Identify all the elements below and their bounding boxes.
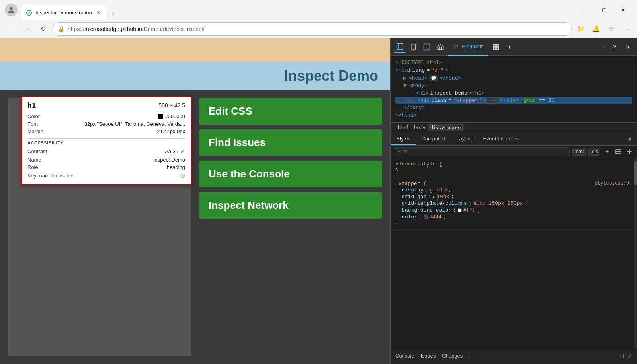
add-tab-icon[interactable]: + xyxy=(504,41,516,53)
css-bgcolor-line: background-color : #fff ; xyxy=(395,207,629,214)
css-wrapper-close: } xyxy=(395,220,629,227)
check-icon: ✓ xyxy=(180,148,185,155)
tooltip-name-value: Inspect Demo xyxy=(153,157,185,163)
tab-close-icon[interactable]: ✕ xyxy=(95,9,102,16)
tooltip-name-label: Name xyxy=(27,157,41,163)
css-bgcolor-val: #fff xyxy=(463,207,476,213)
active-tab[interactable]: Inspector Demonstration ✕ xyxy=(21,5,107,20)
filter-input[interactable] xyxy=(394,147,570,156)
edit-css-button[interactable]: Edit CSS xyxy=(199,98,382,125)
tooltip-header: h1 500 × 42.5 xyxy=(27,101,185,109)
html-h1-tag[interactable]: <h1>Inspect Demo</h1> xyxy=(395,90,632,97)
tooltip-color-value: #000000 xyxy=(158,113,185,119)
new-tab-button[interactable]: + xyxy=(107,8,119,20)
styles-tab-arrow[interactable]: ▼ xyxy=(623,133,637,145)
styles-panel: Styles Computed Layout Event Listeners ▼… xyxy=(391,133,637,348)
add-style-button[interactable]: + xyxy=(603,147,612,156)
devtools-scrollbar[interactable] xyxy=(634,158,637,348)
color-swatch[interactable] xyxy=(424,215,428,219)
svg-point-4 xyxy=(413,49,414,49)
back-button[interactable]: ← xyxy=(5,23,18,35)
html-open: <html xyxy=(395,67,411,73)
devtools-tab-other[interactable] xyxy=(490,41,502,53)
devtools-close-icon[interactable]: ✕ xyxy=(622,41,634,53)
scrollbar-thumb[interactable] xyxy=(634,161,637,185)
head-arrow[interactable]: ▶ xyxy=(403,75,406,81)
settings-icon[interactable]: ⋯ xyxy=(620,23,632,35)
devtools-tab-elements[interactable]: </> Elements xyxy=(448,38,488,56)
collections-icon[interactable]: 📁 xyxy=(575,23,587,35)
css-link-styles[interactable]: styles.css:9 xyxy=(595,181,629,187)
use-console-button[interactable]: Use the Console xyxy=(199,161,382,187)
styles-tabs-bar: Styles Computed Layout Event Listeners ▼ xyxy=(391,133,637,146)
tooltip-keyboard-label: Keyboard-focusable xyxy=(27,173,74,179)
window-controls: — ▢ ✕ xyxy=(576,4,632,16)
html-div-wrapper-tag[interactable]: ··· <div class="wrapper"> ··· </div> gri… xyxy=(395,97,632,104)
refresh-button[interactable]: ↻ xyxy=(37,23,49,35)
styles-tab-computed[interactable]: Computed xyxy=(416,133,451,145)
read-aloud-icon[interactable]: 🔔 xyxy=(590,23,602,35)
bottom-screenshot-icon[interactable]: ⧉ xyxy=(619,352,624,360)
styles-tab-styles[interactable]: Styles xyxy=(391,133,416,145)
wrapper-dots[interactable]: ··· xyxy=(487,98,498,103)
bgcolor-swatch[interactable] xyxy=(458,208,462,212)
favorites-icon[interactable]: ☆ xyxy=(605,23,617,35)
doctype-text: <!DOCTYPE html> xyxy=(395,60,442,66)
browser-chrome: Inspector Demonstration ✕ + — ▢ ✕ ← → ↻ … xyxy=(0,0,637,364)
css-grid-gap-prop: grid-gap xyxy=(402,194,426,200)
breadcrumb-html[interactable]: html xyxy=(395,124,412,131)
svg-rect-8 xyxy=(496,44,498,46)
styles-content: element.style { } .wrapper { styles.css:… xyxy=(391,158,634,348)
maximize-button[interactable]: ▢ xyxy=(595,4,613,16)
css-display-val: grid xyxy=(430,187,442,193)
grid-badge[interactable]: grid xyxy=(522,98,535,103)
devtools-breadcrumb: html body div.wrapper xyxy=(391,122,637,133)
find-issues-button[interactable]: Find Issues xyxy=(199,129,382,156)
forward-button[interactable]: → xyxy=(21,23,33,35)
breadcrumb-divwrapper[interactable]: div.wrapper xyxy=(428,124,464,131)
devtools-toolbar: </> Elements + ⋯ ? ✕ xyxy=(391,38,637,56)
toggle-element-state-icon[interactable] xyxy=(625,147,634,156)
bottom-expand-icon[interactable]: ⤢ xyxy=(627,352,632,360)
styles-tab-event-listeners[interactable]: Event Listeners xyxy=(477,133,524,145)
console-tab[interactable]: Console xyxy=(395,351,414,361)
add-bottom-tab[interactable]: + xyxy=(469,353,473,360)
cls-button[interactable]: .cls xyxy=(588,148,600,156)
breadcrumb-body[interactable]: body xyxy=(412,124,428,131)
css-wrapper-selector-line: .wrapper { styles.css:9 xyxy=(395,181,629,187)
inspect-element-icon[interactable] xyxy=(394,41,406,53)
html-doctype: <!DOCTYPE html> xyxy=(395,59,632,66)
minimize-button[interactable]: — xyxy=(576,4,594,16)
changes-tab[interactable]: Changes xyxy=(442,351,463,361)
close-button[interactable]: ✕ xyxy=(614,4,632,16)
new-style-rule-icon[interactable] xyxy=(614,147,623,156)
device-toolbar-icon[interactable] xyxy=(407,41,419,53)
help-icon[interactable]: ? xyxy=(608,41,620,53)
no-icon: ⊘ xyxy=(180,172,185,179)
inspect-network-button[interactable]: Inspect Network xyxy=(199,192,382,219)
tooltip-font-label: Font xyxy=(27,121,38,127)
hov-pseudo-button[interactable]: :hov xyxy=(572,148,586,156)
issues-tab[interactable]: Issues xyxy=(421,351,436,361)
home-icon[interactable] xyxy=(434,41,446,53)
html-body-tag[interactable]: ▼ <body> xyxy=(395,82,632,90)
css-grid-template-line: grid-template-columns : auto 250px 250px… xyxy=(395,200,629,207)
tab-favicon xyxy=(26,10,32,16)
profile-icon[interactable] xyxy=(5,4,18,16)
inspector-tooltip: h1 500 × 42.5 Color #000000 Font 32px "S… xyxy=(21,96,192,185)
head-dots[interactable]: 💬 xyxy=(429,75,438,81)
css-close-brace-2: } xyxy=(395,221,399,227)
address-input-wrap[interactable]: 🔒 https://microsoftedge.github.io/Demos/… xyxy=(53,22,572,36)
devtools-more-icon[interactable]: ⋯ xyxy=(595,41,607,53)
page-h1: Inspect Demo xyxy=(284,68,378,84)
html-head-tag[interactable]: ▶ <head> 💬 </head> xyxy=(395,74,632,82)
svg-rect-9 xyxy=(493,47,495,49)
body-arrow[interactable]: ▼ xyxy=(403,83,406,89)
tooltip-margin-value: 21.44px 0px xyxy=(157,128,185,134)
tooltip-divider xyxy=(27,138,185,139)
styles-tab-layout[interactable]: Layout xyxy=(451,133,477,145)
css-color-prop: color xyxy=(402,214,417,220)
css-grid-icon[interactable]: ⊞ xyxy=(444,187,447,193)
toggle-panel-icon[interactable] xyxy=(421,41,433,53)
css-grid-gap-arrow[interactable]: ▶ xyxy=(433,195,435,199)
